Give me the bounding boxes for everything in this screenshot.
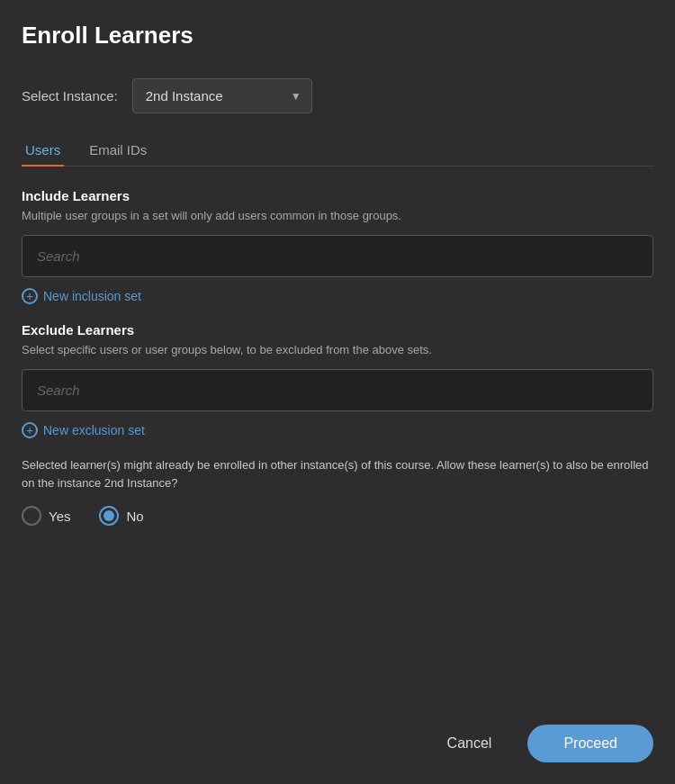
modal-title: Enroll Learners (22, 22, 653, 50)
notice-text: Selected learner(s) might already be enr… (22, 456, 653, 491)
exclude-section-desc: Select specific users or user groups bel… (22, 343, 653, 356)
new-inclusion-set-button[interactable]: + New inclusion set (22, 288, 653, 304)
new-inclusion-set-label: New inclusion set (43, 289, 141, 303)
exclude-search-input[interactable] (22, 369, 653, 411)
instance-select[interactable]: 2nd Instance 1st Instance 3rd Instance (132, 78, 312, 113)
radio-no-inner (104, 510, 114, 521)
new-exclusion-set-button[interactable]: + New exclusion set (22, 422, 653, 438)
proceed-button[interactable]: Proceed (527, 725, 653, 762)
radio-yes-label: Yes (49, 509, 70, 524)
new-inclusion-set-icon: + (22, 288, 38, 304)
include-section: Include Learners Multiple user groups in… (22, 188, 653, 304)
instance-row: Select Instance: 2nd Instance 1st Instan… (22, 78, 653, 113)
radio-no-outer[interactable] (99, 506, 119, 526)
radio-yes[interactable]: Yes (22, 506, 70, 526)
tab-email-ids[interactable]: Email IDs (86, 135, 150, 167)
new-exclusion-set-label: New exclusion set (43, 423, 145, 437)
radio-no[interactable]: No (99, 506, 143, 526)
include-search-input[interactable] (22, 235, 653, 277)
tab-users[interactable]: Users (22, 135, 64, 167)
cancel-button[interactable]: Cancel (429, 726, 510, 761)
instance-select-wrapper[interactable]: 2nd Instance 1st Instance 3rd Instance (132, 78, 312, 113)
include-section-title: Include Learners (22, 188, 653, 203)
modal-header: Enroll Learners (0, 0, 675, 64)
modal-body: Select Instance: 2nd Instance 1st Instan… (0, 64, 675, 710)
include-section-desc: Multiple user groups in a set will only … (22, 209, 653, 222)
new-exclusion-set-icon: + (22, 422, 38, 438)
radio-group: Yes No (22, 506, 653, 526)
exclude-section: Exclude Learners Select specific users o… (22, 322, 653, 438)
instance-label: Select Instance: (22, 88, 118, 104)
modal-footer: Cancel Proceed (0, 710, 675, 784)
radio-no-label: No (126, 509, 143, 524)
radio-yes-outer[interactable] (22, 506, 41, 526)
enroll-learners-modal: Enroll Learners Select Instance: 2nd Ins… (0, 0, 675, 784)
exclude-section-title: Exclude Learners (22, 322, 653, 338)
tabs-container: Users Email IDs (22, 135, 653, 167)
